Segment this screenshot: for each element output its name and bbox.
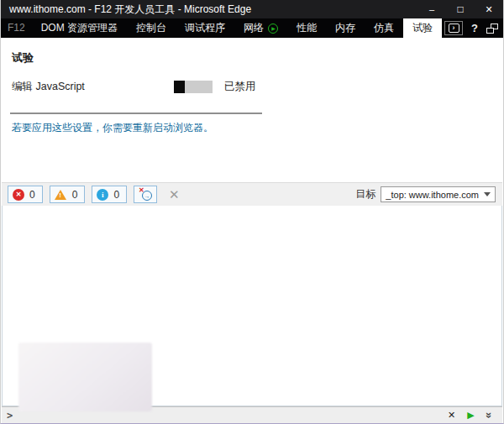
window-controls: – □ ✕ [417,0,503,18]
expand-input-button[interactable]: » [483,412,496,418]
edit-javascript-label: 编辑 JavaScript [12,80,174,94]
edit-javascript-toggle[interactable] [174,81,213,93]
clear-on-navigate-button[interactable]: ✕ → [134,186,157,203]
edit-javascript-setting-row: 编辑 JavaScript 已禁用 [12,80,502,94]
tab-memory[interactable]: 内存 [326,18,365,38]
warning-icon: ! [55,189,67,200]
titlebar[interactable]: www.ithome.com - F12 开发人员工具 - Microsoft … [1,0,503,18]
toggle-state-label: 已禁用 [224,80,256,94]
tab-experiments[interactable]: 试验 [403,18,442,38]
console-output [2,206,502,406]
experiments-panel: 试验 编辑 JavaScript 已禁用 若要应用这些设置，你需要重新启动浏览器… [2,38,502,182]
clear-input-button[interactable]: ✕ [448,410,455,421]
info-filter-button[interactable]: i 0 [92,186,127,203]
error-icon: ✕ [13,189,24,201]
error-count: 0 [29,189,35,201]
clear-console-button[interactable]: ✕ [169,187,180,202]
tabbar-right-buttons: › ? [444,18,498,38]
tab-bar: F12 DOM 资源管理器 控制台 调试程序 网络 ▶ 性能 内存 仿真 试验 … [1,18,503,38]
minimize-button[interactable]: – [417,0,446,18]
tab-emulation[interactable]: 仿真 [365,18,403,38]
devtools-window: www.ithome.com - F12 开发人员工具 - Microsoft … [0,0,504,424]
console-input-buttons: ✕ ▶ » [448,409,502,421]
console-prompt: > [7,410,13,421]
chevron-down-icon [484,192,491,196]
tab-f12[interactable]: F12 [1,18,32,38]
warning-filter-button[interactable]: ! 0 [50,186,86,203]
run-script-button[interactable]: ▶ [467,410,474,421]
tab-network[interactable]: 网络 ▶ [234,18,287,38]
target-dropdown[interactable]: _top: www.ithome.com [381,186,496,202]
unpin-icon[interactable] [486,24,498,34]
warning-count: 0 [72,189,78,201]
tab-debugger[interactable]: 调试程序 [176,18,234,38]
restart-notice: 若要应用这些设置，你需要重新启动浏览器。 [12,121,502,135]
close-button[interactable]: ✕ [475,0,503,18]
info-icon: i [97,189,108,201]
target-value: _top: www.ithome.com [386,190,479,200]
info-count: 0 [113,189,119,201]
window-title: www.ithome.com - F12 开发人员工具 - Microsoft … [9,3,251,17]
console-toolbar: ✕ 0 ! 0 i 0 ✕ → ✕ 目标 _top: www.ithome.co… [2,182,502,206]
tab-console[interactable]: 控制台 [127,18,176,38]
tab-dom-explorer[interactable]: DOM 资源管理器 [32,18,127,38]
help-button[interactable]: ? [471,22,478,34]
page-title: 试验 [12,50,502,65]
clear-on-navigate-icon: ✕ → [139,188,152,201]
tab-performance[interactable]: 性能 [287,18,326,38]
blurred-watermark [18,343,152,411]
network-recording-icon: ▶ [268,24,278,34]
divider [10,113,262,114]
error-filter-button[interactable]: ✕ 0 [8,186,43,203]
tab-network-label: 网络 [244,18,264,38]
target-group: 目标 _top: www.ithome.com [355,186,502,202]
target-label: 目标 [355,187,375,202]
maximize-button[interactable]: □ [446,0,475,18]
show-console-button[interactable]: › [444,21,463,35]
console-panel-icon: › [449,24,459,33]
toggle-thumb [174,81,185,93]
